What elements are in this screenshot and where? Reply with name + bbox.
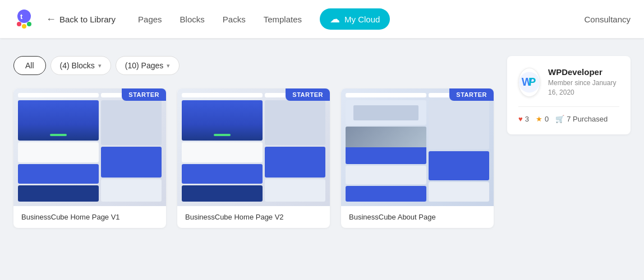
star-icon: ★ <box>536 115 542 123</box>
card-title: BusinessCube Home Page V2 <box>177 206 330 228</box>
sidebar-card: W P WPDeveloper Member since January 16,… <box>507 56 631 134</box>
card-title: BusinessCube About Page <box>341 206 494 228</box>
card-grid: STARTER <box>13 88 494 228</box>
developer-info: W P WPDeveloper Member since January 16,… <box>518 67 619 97</box>
main-content: All (4) Blocks ▾ (10) Pages ▾ STARTER <box>0 38 644 241</box>
svg-point-0 <box>17 10 31 23</box>
card-image: STARTER <box>13 88 166 206</box>
hearts-count: 3 <box>525 115 529 123</box>
sidebar-stats: ♥ 3 ★ 0 🛒 7 Purchased <box>518 115 619 123</box>
nav-packs[interactable]: Packs <box>223 15 246 24</box>
filter-blocks-label: (4) Blocks <box>60 61 95 70</box>
card-title: BusinessCube Home Page V1 <box>13 206 166 228</box>
purchased-count: 7 Purchased <box>567 115 608 123</box>
nav-templates[interactable]: Templates <box>264 15 302 24</box>
filter-blocks-button[interactable]: (4) Blocks ▾ <box>50 56 111 75</box>
chevron-down-icon: ▾ <box>167 62 170 69</box>
starter-badge: STARTER <box>122 88 166 101</box>
template-card[interactable]: STARTER <box>177 88 330 228</box>
developer-avatar: W P <box>518 68 540 97</box>
consultancy-label: Consultancy <box>584 15 631 24</box>
svg-point-3 <box>22 24 26 29</box>
cart-icon: 🛒 <box>555 115 564 123</box>
svg-point-2 <box>17 22 21 26</box>
starter-badge: STARTER <box>286 88 330 101</box>
divider <box>518 106 619 107</box>
filter-all-button[interactable]: All <box>13 56 46 75</box>
hearts-stat: ♥ 3 <box>518 115 529 123</box>
back-to-library-link[interactable]: ← Back to Library <box>46 13 116 25</box>
stars-count: 0 <box>545 115 549 123</box>
purchased-stat: 🛒 7 Purchased <box>555 115 608 123</box>
card-image: STARTER <box>341 88 494 206</box>
back-arrow-icon: ← <box>46 13 56 25</box>
template-card[interactable]: STARTER <box>13 88 166 228</box>
card-image: STARTER <box>177 88 330 206</box>
svg-text:P: P <box>528 76 536 88</box>
back-to-library-label: Back to Library <box>59 15 116 24</box>
starter-badge: STARTER <box>449 88 494 101</box>
nav: Pages Blocks Packs Templates ☁ My Cloud <box>138 8 584 30</box>
stars-stat: ★ 0 <box>536 115 549 123</box>
heart-icon: ♥ <box>518 115 523 123</box>
cloud-icon: ☁ <box>330 13 340 25</box>
filter-pages-label: (10) Pages <box>125 61 163 70</box>
svg-point-4 <box>27 22 31 26</box>
filter-bar: All (4) Blocks ▾ (10) Pages ▾ <box>13 56 494 75</box>
content-area: All (4) Blocks ▾ (10) Pages ▾ STARTER <box>13 56 494 228</box>
developer-name: WPDeveloper <box>548 67 619 77</box>
my-cloud-button[interactable]: ☁ My Cloud <box>320 8 390 30</box>
nav-blocks[interactable]: Blocks <box>180 15 205 24</box>
chevron-down-icon: ▾ <box>98 62 102 69</box>
template-card[interactable]: STARTER <box>341 88 494 228</box>
header: t ← Back to Library Pages Blocks Packs T… <box>0 0 644 38</box>
filter-pages-button[interactable]: (10) Pages ▾ <box>116 56 180 75</box>
nav-pages[interactable]: Pages <box>138 15 162 24</box>
member-since: Member since January 16, 2020 <box>548 78 619 97</box>
my-cloud-label: My Cloud <box>344 15 380 24</box>
logo: t <box>13 8 35 30</box>
svg-text:t: t <box>20 12 23 21</box>
